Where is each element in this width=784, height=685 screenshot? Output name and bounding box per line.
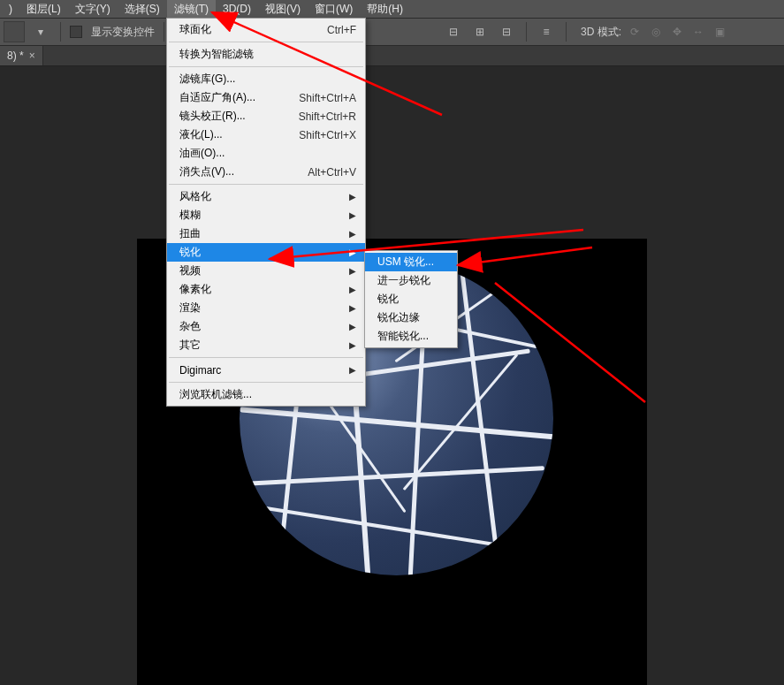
menu-item-select[interactable]: 选择(S) [118,0,167,19]
submenu-arrow-icon: ▶ [349,285,356,294]
menu-item-label: 像素化 [179,282,211,297]
filter-menu-item[interactable]: 滤镜库(G)... [167,70,365,88]
menu-item-view[interactable]: 视图(V) [258,0,308,19]
filter-menu-item[interactable]: 渲染▶ [167,299,365,317]
close-tab-button[interactable]: × [29,49,35,62]
align-center-icon[interactable]: ⊞ [469,21,491,42]
align-right-icon[interactable]: ⊟ [496,21,517,42]
menu-item-label: 视频 [179,263,201,278]
submenu-arrow-icon: ▶ [349,322,356,331]
menu-item-label: 扭曲 [179,226,201,241]
menu-separator [169,184,363,185]
tool-preset-button[interactable] [4,21,25,42]
menu-item-shortcut: Ctrl+F [327,24,356,36]
menu-item-label: 浏览联机滤镜... [179,387,252,402]
menu-item-label: 其它 [179,338,201,353]
filter-menu-item[interactable]: 其它▶ [167,336,365,354]
submenu-arrow-icon: ▶ [349,340,356,350]
3d-mode-group: 3D 模式: ⟳ ◎ ✥ ↔ ▣ [581,24,727,40]
submenu-item-label: 锐化 [377,292,399,307]
filter-menu-item[interactable]: 像素化▶ [167,280,365,299]
filter-menu-item[interactable]: 扭曲▶ [167,225,365,243]
zoom-icon[interactable]: ▣ [712,24,727,40]
filter-menu-item[interactable]: 消失点(V)...Alt+Ctrl+V [167,163,365,181]
orbit-icon[interactable]: ⟳ [627,24,643,40]
menu-item-label: 球面化 [179,22,211,37]
slide-icon[interactable]: ↔ [690,24,706,40]
menu-item-label: 消失点(V)... [179,164,234,179]
distribute-icon[interactable]: ≡ [536,21,557,42]
pan-icon[interactable]: ✥ [669,24,685,40]
submenu-arrow-icon: ▶ [349,303,356,313]
menu-bar: ) 图层(L) 文字(Y) 选择(S) 滤镜(T) 3D(D) 视图(V) 窗口… [0,0,784,19]
filter-menu-item[interactable]: 浏览联机滤镜... [167,385,365,404]
3d-mode-label: 3D 模式: [581,25,621,40]
sharpen-submenu-item[interactable]: 进一步锐化 [365,271,457,290]
filter-menu-item[interactable]: 自适应广角(A)...Shift+Ctrl+A [167,88,365,107]
menu-separator [169,42,363,42]
menu-item-filter[interactable]: 滤镜(T) [167,0,216,19]
menu-item-label: 自适应广角(A)... [179,90,255,105]
submenu-arrow-icon: ▶ [349,266,356,276]
menu-separator [169,66,363,67]
menu-item-help[interactable]: 帮助(H) [360,0,410,19]
menu-item-label: 风格化 [179,189,211,204]
show-transform-label: 显示变换控件 [91,25,155,40]
submenu-arrow-icon: ▶ [349,192,356,202]
menu-item-label: 模糊 [179,208,201,223]
menu-item-label: 液化(L)... [179,127,223,142]
sharpen-submenu-item[interactable]: 智能锐化... [365,327,457,346]
menu-item-text[interactable]: 文字(Y) [68,0,118,19]
menu-item-label: 渲染 [179,301,201,316]
align-left-icon[interactable]: ⊟ [443,21,464,42]
toolbar-divider [164,22,164,42]
dropdown-arrow-icon[interactable]: ▾ [30,21,51,42]
filter-menu-item[interactable]: 油画(O)... [167,144,365,163]
menu-item-label: 油画(O)... [179,146,225,161]
menu-item-label: Digimarc [179,364,221,377]
filter-menu-item[interactable]: Digimarc▶ [167,361,365,379]
sharpen-submenu-item[interactable]: 锐化 [365,290,457,308]
submenu-arrow-icon: ▶ [349,210,356,220]
filter-menu-item[interactable]: 镜头校正(R)...Shift+Ctrl+R [167,107,365,126]
filter-menu-item[interactable]: 转换为智能滤镜 [167,45,365,64]
show-transform-checkbox[interactable] [70,26,82,38]
filter-menu-item[interactable]: 杂色▶ [167,317,365,336]
document-tab-title: 8) * [7,49,24,62]
toolbar-divider [566,22,567,42]
submenu-item-label: USM 锐化... [377,255,434,270]
sharpen-submenu-item[interactable]: 锐化边缘 [365,308,457,327]
menu-item-label: 滤镜库(G)... [179,72,235,87]
menu-item-layer[interactable]: 图层(L) [19,0,68,19]
filter-menu-item[interactable]: 风格化▶ [167,187,365,206]
menu-item-window[interactable]: 窗口(W) [308,0,360,19]
filter-menu-item[interactable]: 球面化Ctrl+F [167,20,365,39]
submenu-arrow-icon: ▶ [349,229,356,239]
menu-item-shortcut: Alt+Ctrl+V [308,166,356,179]
roll-icon[interactable]: ◎ [648,24,664,40]
submenu-arrow-icon: ▶ [349,365,356,375]
menu-item-label: 转换为智能滤镜 [179,47,254,62]
filter-menu-item[interactable]: 模糊▶ [167,206,365,225]
filter-menu-item[interactable]: 视频▶ [167,262,365,280]
filter-menu-item[interactable]: 液化(L)...Shift+Ctrl+X [167,126,365,144]
menu-separator [169,357,363,358]
submenu-arrow-icon: ▶ [349,247,356,257]
toolbar-divider [526,22,527,42]
menu-item-label: 杂色 [179,319,201,334]
submenu-item-label: 锐化边缘 [377,310,420,325]
menu-item-shortcut: Shift+Ctrl+X [299,129,356,141]
options-toolbar: ▾ 显示变换控件 ▭ ▯ ⊟ ⊞ ⊟ ≡ 3D 模式: ⟳ ◎ ✥ ↔ ▣ [0,19,784,46]
menu-item-shortcut: Shift+Ctrl+R [299,110,356,123]
submenu-item-label: 智能锐化... [377,329,429,344]
menu-item-shortcut: Shift+Ctrl+A [299,92,356,104]
filter-menu-item[interactable]: 锐化▶ [167,243,365,262]
menu-item-label: 镜头校正(R)... [179,109,246,124]
menu-item-3d[interactable]: 3D(D) [216,1,258,17]
menu-item-trunc[interactable]: ) [2,1,19,17]
document-tab[interactable]: 8) * × [0,46,43,65]
menu-separator [169,382,363,383]
menu-item-label: 锐化 [179,245,201,260]
sharpen-submenu-item[interactable]: USM 锐化... [365,253,457,271]
canvas-area[interactable] [0,66,784,685]
